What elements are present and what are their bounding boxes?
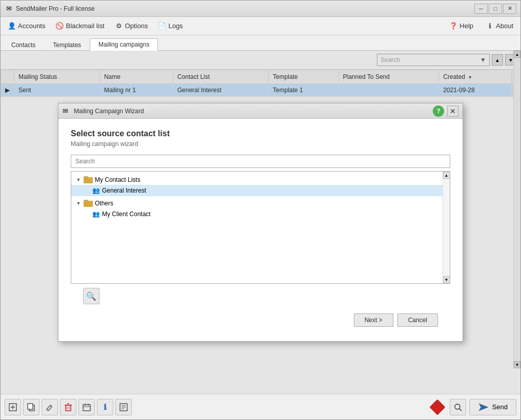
dialog-title-bar: ✉ Mailing Campaign Wizard ? ✕ (58, 103, 463, 119)
menu-logs[interactable]: 📄 Logs (153, 20, 188, 32)
red-diamond-icon (429, 399, 445, 415)
options-icon: ⚙ (115, 22, 123, 30)
main-content: Search ▼ ▲ ▼ Mailing Status Name (1, 51, 520, 394)
about-icon: ℹ (486, 22, 494, 30)
delete-icon (64, 403, 73, 412)
search-icon (453, 403, 463, 412)
tree-scroll-down[interactable]: ▼ (443, 276, 450, 283)
menu-blackmail[interactable]: 🚫 Blackmail list (50, 20, 109, 32)
dialog-search-input[interactable] (71, 155, 450, 168)
dialog-overlay: ✉ Mailing Campaign Wizard ? ✕ Select sou… (1, 51, 520, 394)
dialog-title: Mailing Campaign Wizard (74, 108, 433, 115)
info-button[interactable]: ℹ (97, 399, 113, 415)
dialog-search-button[interactable]: 🔍 (83, 288, 99, 304)
tab-bar: Contacts Templates Mailing campaigns (1, 35, 520, 51)
contact-tree-container: ▼ My Contact Lists 👥 General Interest (71, 171, 450, 284)
app-icon: ✉ (5, 5, 13, 13)
dialog-body: Select source contact list Mailing campa… (58, 119, 463, 341)
main-window: ✉ SendMailer Pro - Full license ─ □ ✕ 👤 … (0, 0, 521, 420)
tab-templates[interactable]: Templates (44, 39, 90, 51)
dialog-icon: ✉ (63, 107, 71, 115)
edit-icon (45, 403, 54, 412)
copy-button[interactable] (23, 399, 39, 415)
dialog-subtitle: Mailing campaign wizard (71, 140, 450, 148)
svg-line-20 (459, 409, 462, 411)
new-icon (8, 403, 17, 412)
accounts-icon: 👤 (8, 22, 16, 30)
minimize-button[interactable]: ─ (474, 4, 488, 14)
bottom-left-buttons: ℹ (5, 399, 132, 415)
close-button[interactable]: ✕ (503, 4, 516, 14)
tree-collapse-icon-2: ▼ (75, 200, 82, 206)
svg-marker-21 (479, 404, 488, 411)
tree-group-my-contact-lists: ▼ My Contact Lists 👥 General Interest (71, 174, 443, 197)
blackmail-icon: 🚫 (55, 22, 64, 30)
menu-blackmail-label: Blackmail list (66, 22, 104, 30)
menu-about[interactable]: ℹ About (480, 20, 518, 32)
calendar-button[interactable] (78, 399, 95, 415)
tree-group-others-header[interactable]: ▼ Others (71, 198, 443, 208)
menu-options-label: Options (125, 22, 148, 30)
window-controls: ─ □ ✕ (474, 4, 516, 14)
delete-button[interactable] (60, 399, 76, 415)
folder-icon-2 (84, 200, 93, 207)
menu-bar: 👤 Accounts 🚫 Blackmail list ⚙ Options 📄 … (1, 17, 520, 35)
tree-scroll-track (443, 179, 450, 276)
mailing-wizard-dialog: ✉ Mailing Campaign Wizard ? ✕ Select sou… (58, 103, 463, 342)
tree-scrollbar[interactable]: ▲ ▼ (443, 172, 450, 283)
calendar-icon (82, 403, 91, 412)
bottom-right-buttons: Send (428, 398, 516, 416)
tree-group-others: ▼ Others 👥 My Client Contact (71, 197, 443, 221)
edit-button[interactable] (42, 399, 58, 415)
contacts-list-icon-2: 👥 (92, 210, 100, 218)
svg-line-5 (50, 405, 52, 407)
tab-contacts[interactable]: Contacts (3, 39, 44, 51)
tree-scroll-up[interactable]: ▲ (443, 172, 450, 179)
contacts-list-icon: 👥 (92, 186, 100, 195)
title-bar: ✉ SendMailer Pro - Full license ─ □ ✕ (1, 1, 520, 17)
copy-icon (27, 403, 36, 412)
svg-point-19 (455, 404, 460, 409)
tree-group-my-contact-lists-header[interactable]: ▼ My Contact Lists (71, 175, 443, 185)
tree-group-others-label: Others (95, 200, 113, 207)
window-title: SendMailer Pro - Full license (16, 5, 474, 12)
menu-options[interactable]: ⚙ Options (110, 20, 153, 32)
next-button[interactable]: Next > (354, 313, 393, 327)
help-icon: ❓ (449, 22, 457, 30)
tree-item-my-client-contact[interactable]: 👥 My Client Contact (71, 208, 443, 220)
menu-accounts-label: Accounts (18, 22, 45, 30)
log-button[interactable] (115, 399, 132, 415)
tree-group-my-contact-lists-label: My Contact Lists (95, 176, 141, 183)
log-icon (119, 403, 128, 412)
tree-item-my-client-contact-label: My Client Contact (102, 211, 151, 218)
tree-item-general-interest[interactable]: 👥 General Interest (71, 185, 443, 196)
maximize-button[interactable]: □ (489, 4, 502, 14)
send-button[interactable]: Send (469, 399, 516, 415)
tree-collapse-icon: ▼ (75, 177, 82, 183)
menu-help-label: Help (459, 22, 473, 30)
cancel-button[interactable]: Cancel (397, 313, 438, 327)
dialog-heading: Select source contact list (71, 129, 450, 138)
bottom-toolbar: ℹ (1, 394, 520, 419)
dialog-footer: Next > Cancel (71, 308, 450, 335)
tree-item-general-interest-label: General Interest (102, 187, 146, 194)
dialog-help-button[interactable]: ? (433, 106, 444, 117)
menu-accounts[interactable]: 👤 Accounts (3, 20, 50, 32)
contact-tree: ▼ My Contact Lists 👥 General Interest (71, 172, 443, 223)
dialog-close-button[interactable]: ✕ (447, 106, 458, 117)
send-icon (478, 403, 489, 412)
logs-icon: 📄 (158, 22, 166, 30)
menu-logs-label: Logs (168, 22, 183, 30)
search-mailing-button[interactable] (450, 399, 466, 415)
folder-icon (84, 176, 93, 183)
menu-help[interactable]: ❓ Help (444, 20, 478, 32)
dialog-footer-left: 🔍 (71, 284, 450, 308)
send-label: Send (492, 403, 508, 411)
svg-rect-6 (66, 405, 71, 411)
menu-about-label: About (496, 22, 513, 30)
red-diamond-button[interactable] (428, 398, 447, 416)
svg-rect-11 (83, 405, 90, 411)
new-button[interactable] (5, 399, 21, 415)
svg-rect-4 (28, 404, 33, 409)
tab-mailing-campaigns[interactable]: Mailing campaigns (90, 38, 158, 51)
